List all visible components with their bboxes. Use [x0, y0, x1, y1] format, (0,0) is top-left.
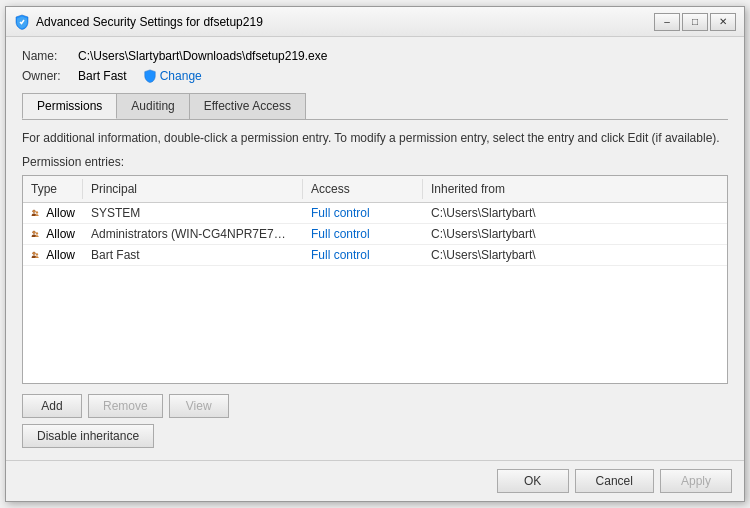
change-link[interactable]: Change — [143, 69, 202, 83]
bottom-buttons: Add Remove View Disable inheritance — [22, 394, 728, 448]
svg-point-7 — [33, 252, 35, 254]
tab-permissions[interactable]: Permissions — [22, 93, 117, 119]
access-3: Full control — [303, 245, 423, 265]
ok-button[interactable]: OK — [497, 469, 569, 493]
principal-1: SYSTEM — [83, 203, 303, 223]
action-buttons-row: Add Remove View — [22, 394, 728, 418]
title-bar-left: Advanced Security Settings for dfsetup21… — [14, 14, 263, 30]
table-row[interactable]: Allow Administrators (WIN-CG4NPR7E7GJ\Ad… — [23, 224, 727, 245]
user-icon — [31, 248, 39, 262]
svg-point-1 — [33, 210, 35, 212]
window-title: Advanced Security Settings for dfsetup21… — [36, 15, 263, 29]
inheritance-row: Disable inheritance — [22, 424, 728, 448]
add-button[interactable]: Add — [22, 394, 82, 418]
svg-point-8 — [36, 253, 38, 255]
col-principal: Principal — [83, 179, 303, 199]
table-row[interactable]: Allow Bart Fast Full control C:\Users\Sl… — [23, 245, 727, 266]
type-cell-2: Allow — [23, 224, 83, 244]
tab-effective-access[interactable]: Effective Access — [189, 93, 306, 119]
description-text: For additional information, double-click… — [22, 130, 728, 147]
title-bar-controls: – □ ✕ — [654, 13, 736, 31]
inherited-3: C:\Users\Slartybart\ — [423, 245, 623, 265]
table-header: Type Principal Access Inherited from — [23, 176, 727, 203]
col-access: Access — [303, 179, 423, 199]
type-cell-3: Allow — [23, 245, 83, 265]
col-type: Type — [23, 179, 83, 199]
permission-entries-label: Permission entries: — [22, 155, 728, 169]
user-icon — [31, 227, 39, 241]
owner-value: Bart Fast — [78, 69, 127, 83]
content-area: Name: C:\Users\Slartybart\Downloads\dfse… — [6, 37, 744, 460]
table-row[interactable]: Allow SYSTEM Full control C:\Users\Slart… — [23, 203, 727, 224]
principal-3: Bart Fast — [83, 245, 303, 265]
col-inherited: Inherited from — [423, 179, 623, 199]
principal-2: Administrators (WIN-CG4NPR7E7GJ\Admin... — [83, 224, 303, 244]
permissions-table: Type Principal Access Inherited from — [22, 175, 728, 384]
type-value-1: Allow — [46, 206, 75, 220]
close-button[interactable]: ✕ — [710, 13, 736, 31]
owner-row: Owner: Bart Fast Change — [22, 69, 728, 83]
inherited-1: C:\Users\Slartybart\ — [423, 203, 623, 223]
user-icon — [31, 206, 39, 220]
window-icon — [14, 14, 30, 30]
view-button[interactable]: View — [169, 394, 229, 418]
inherited-2: C:\Users\Slartybart\ — [423, 224, 623, 244]
access-1: Full control — [303, 203, 423, 223]
tab-auditing[interactable]: Auditing — [116, 93, 189, 119]
remove-button[interactable]: Remove — [88, 394, 163, 418]
change-label: Change — [160, 69, 202, 83]
cancel-button[interactable]: Cancel — [575, 469, 654, 493]
type-value-2: Allow — [46, 227, 75, 241]
title-bar: Advanced Security Settings for dfsetup21… — [6, 7, 744, 37]
maximize-button[interactable]: □ — [682, 13, 708, 31]
footer: OK Cancel Apply — [6, 460, 744, 501]
table-body: Allow SYSTEM Full control C:\Users\Slart… — [23, 203, 727, 383]
svg-point-5 — [36, 232, 38, 234]
name-value: C:\Users\Slartybart\Downloads\dfsetup219… — [78, 49, 327, 63]
apply-button[interactable]: Apply — [660, 469, 732, 493]
name-row: Name: C:\Users\Slartybart\Downloads\dfse… — [22, 49, 728, 63]
owner-label: Owner: — [22, 69, 72, 83]
name-label: Name: — [22, 49, 72, 63]
type-cell-1: Allow — [23, 203, 83, 223]
type-value-3: Allow — [46, 248, 75, 262]
disable-inheritance-button[interactable]: Disable inheritance — [22, 424, 154, 448]
tabs-row: Permissions Auditing Effective Access — [22, 93, 728, 120]
minimize-button[interactable]: – — [654, 13, 680, 31]
shield-icon — [143, 69, 157, 83]
access-2: Full control — [303, 224, 423, 244]
svg-point-4 — [33, 231, 35, 233]
main-window: Advanced Security Settings for dfsetup21… — [5, 6, 745, 502]
svg-point-2 — [36, 211, 38, 213]
